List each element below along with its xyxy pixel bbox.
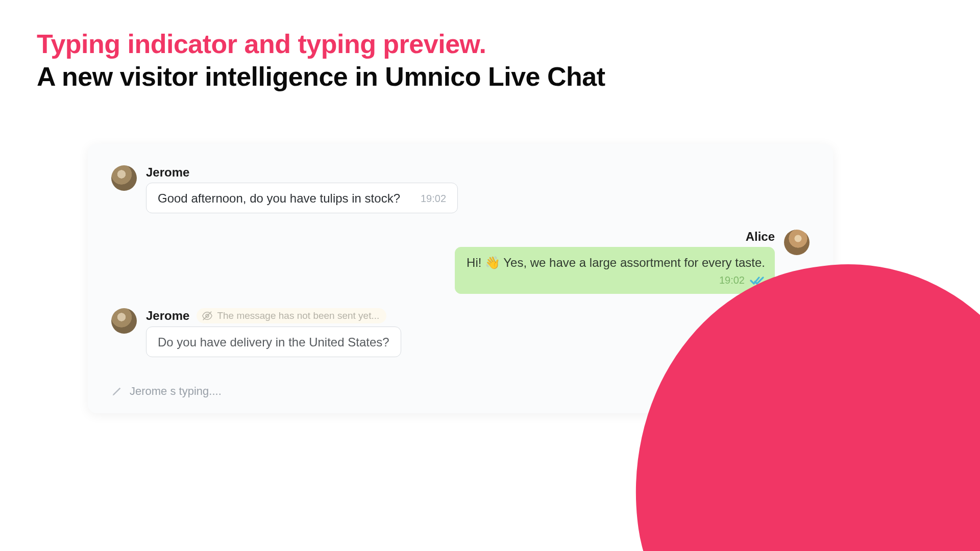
- avatar-jerome: [111, 165, 137, 191]
- sender-name: Jerome: [146, 309, 189, 323]
- headline-block: Typing indicator and typing preview. A n…: [37, 30, 605, 93]
- message-column: Jerome Good afternoon, do you have tulip…: [146, 165, 458, 213]
- pencil-icon: [111, 386, 122, 397]
- message-column: Alice Hi! 👋 Yes, we have a large assortm…: [455, 230, 775, 293]
- chat-row: Alice Hi! 👋 Yes, we have a large assortm…: [111, 230, 810, 293]
- avatar-jerome: [111, 308, 137, 334]
- preview-badge-text: The message has not been sent yet...: [217, 310, 379, 321]
- message-column: Jerome The message has not been sent yet…: [146, 308, 401, 357]
- message-text: Hi! 👋 Yes, we have a large assortment fo…: [467, 255, 765, 271]
- chat-row: Jerome Good afternoon, do you have tulip…: [111, 165, 810, 213]
- message-bubble-preview: Do you have delivery in the United State…: [146, 327, 401, 357]
- headline-subtitle: A new visitor intelligence in Umnico Liv…: [37, 61, 605, 92]
- eye-off-icon: [202, 310, 213, 321]
- message-text: Do you have delivery in the United State…: [158, 334, 389, 350]
- avatar-alice: [784, 230, 810, 255]
- message-text: Good afternoon, do you have tulips in st…: [158, 190, 400, 207]
- sender-name: Jerome: [146, 165, 458, 180]
- message-bubble-sent: Hi! 👋 Yes, we have a large assortment fo…: [455, 247, 775, 293]
- sender-name: Alice: [746, 230, 775, 244]
- headline-accent: Typing indicator and typing preview.: [37, 30, 605, 59]
- typing-indicator-text: Jerome s typing....: [130, 385, 222, 398]
- sender-row: Jerome The message has not been sent yet…: [146, 308, 401, 323]
- message-bubble: Good afternoon, do you have tulips in st…: [146, 183, 458, 213]
- message-time: 19:02: [421, 192, 446, 207]
- message-time: 19:02: [719, 273, 745, 288]
- typing-preview-badge: The message has not been sent yet...: [197, 308, 386, 323]
